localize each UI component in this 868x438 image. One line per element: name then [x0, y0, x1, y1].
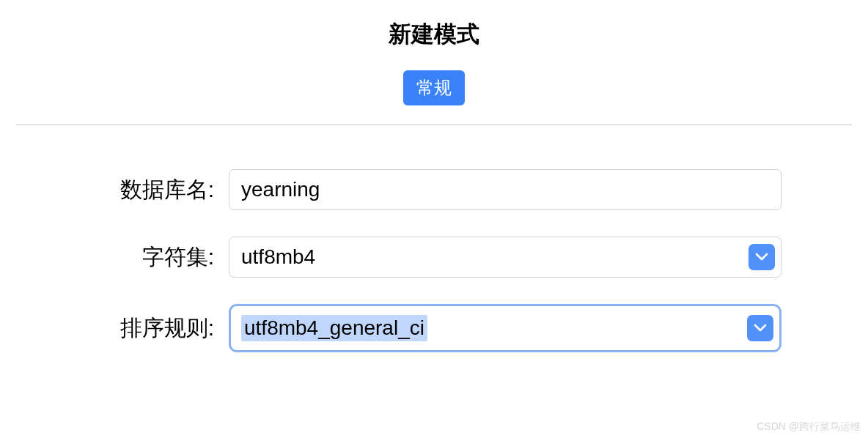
dialog-container: 新建模式 常规 数据库名: 字符集: utf8mb4 排序规则: [0, 0, 868, 352]
watermark: CSDN @跨行菜鸟运维 [757, 420, 861, 434]
input-wrap-database-name [229, 169, 781, 210]
dialog-title: 新建模式 [16, 19, 852, 50]
charset-select[interactable]: utf8mb4 [229, 237, 781, 278]
collation-select-value: utf8mb4_general_ci [241, 315, 427, 341]
tab-general[interactable]: 常规 [403, 70, 465, 105]
charset-select-value: utf8mb4 [241, 245, 749, 269]
row-database-name: 数据库名: [87, 169, 781, 210]
row-collation: 排序规则: utf8mb4_general_ci [87, 304, 781, 352]
chevron-down-icon[interactable] [747, 315, 773, 341]
row-charset: 字符集: utf8mb4 [87, 237, 781, 278]
tab-bar: 常规 [16, 70, 852, 105]
database-name-input[interactable] [229, 169, 781, 210]
chevron-down-icon[interactable] [749, 244, 775, 270]
label-database-name: 数据库名: [87, 175, 229, 205]
label-charset: 字符集: [87, 242, 229, 272]
label-collation: 排序规则: [87, 313, 229, 344]
form-area: 数据库名: 字符集: utf8mb4 排序规则: utf8mb4_general… [16, 125, 852, 352]
collation-select[interactable]: utf8mb4_general_ci [229, 304, 781, 352]
